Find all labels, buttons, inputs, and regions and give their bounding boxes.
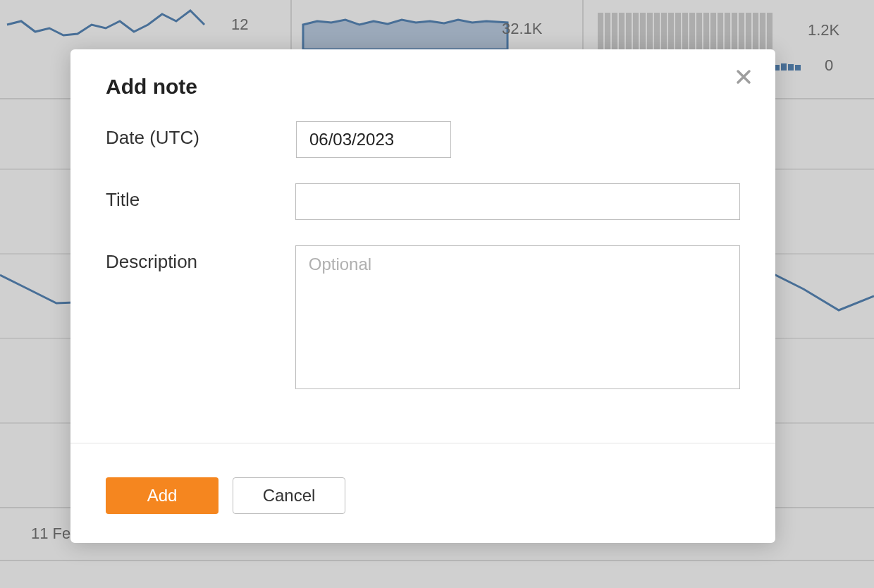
title-label: Title <box>106 183 295 211</box>
add-note-modal: Add note Date (UTC) Title Description Ad… <box>70 49 775 543</box>
description-label: Description <box>106 245 295 273</box>
title-row: Title <box>106 183 740 220</box>
date-input[interactable] <box>296 121 451 158</box>
close-button[interactable] <box>732 65 756 89</box>
modal-footer: Add Cancel <box>70 443 775 548</box>
cancel-button[interactable]: Cancel <box>233 477 345 514</box>
modal-header: Add note <box>70 49 775 113</box>
title-input[interactable] <box>295 183 740 220</box>
date-row: Date (UTC) <box>106 121 740 158</box>
modal-title: Add note <box>106 75 740 99</box>
close-icon <box>735 68 752 85</box>
modal-body: Date (UTC) Title Description <box>70 113 775 443</box>
description-row: Description <box>106 245 740 389</box>
add-button[interactable]: Add <box>106 477 218 514</box>
date-label: Date (UTC) <box>106 121 296 149</box>
description-input[interactable] <box>295 245 740 389</box>
